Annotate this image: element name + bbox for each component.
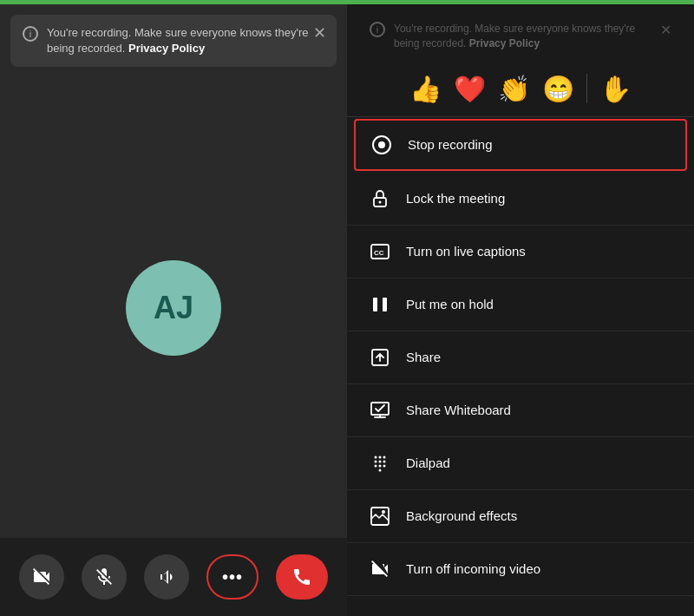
live-captions-label: Turn on live captions — [406, 244, 526, 259]
menu-item-share-whiteboard[interactable]: Share Whiteboard — [347, 384, 694, 437]
menu-list: Stop recording Lock the meeting CC Tur — [347, 117, 694, 616]
video-toggle-button[interactable] — [19, 554, 64, 600]
share-icon — [368, 345, 392, 370]
svg-rect-7 — [383, 298, 387, 311]
banner-text-right: You're recording. Make sure everyone kno… — [394, 22, 651, 51]
on-hold-icon — [368, 292, 392, 317]
background-effects-icon — [368, 504, 392, 528]
close-banner-left[interactable]: ✕ — [313, 23, 326, 43]
svg-point-17 — [379, 464, 382, 467]
green-bar-right — [347, 0, 694, 4]
svg-point-19 — [379, 469, 382, 471]
more-button[interactable]: ••• — [206, 554, 259, 600]
avatar: AJ — [126, 260, 221, 356]
menu-item-live-captions[interactable]: CC Turn on live captions — [347, 226, 694, 279]
info-icon-right: i — [370, 22, 385, 37]
video-area: AJ — [0, 77, 347, 538]
recording-banner-right: i You're recording. Make sure everyone k… — [357, 15, 684, 58]
menu-item-background-effects[interactable]: Background effects — [347, 490, 694, 543]
svg-point-1 — [378, 141, 385, 148]
on-hold-label: Put me on hold — [406, 297, 494, 311]
menu-item-turn-off-incoming-video[interactable]: Turn off incoming video — [347, 543, 694, 596]
svg-rect-6 — [373, 298, 377, 311]
lock-meeting-label: Lock the meeting — [406, 191, 505, 206]
end-call-icon — [291, 567, 312, 587]
mic-off-icon — [94, 567, 115, 587]
info-icon-left: i — [23, 26, 38, 42]
share-label: Share — [406, 350, 441, 364]
emoji-thumbsup[interactable]: 👍 — [409, 74, 442, 104]
menu-item-stop-recording[interactable]: Stop recording — [354, 119, 687, 171]
speaker-icon — [156, 567, 177, 587]
svg-point-16 — [375, 464, 377, 467]
right-panel: i You're recording. Make sure everyone k… — [347, 0, 694, 616]
share-whiteboard-icon — [368, 398, 392, 423]
menu-item-lock-meeting[interactable]: Lock the meeting — [347, 173, 694, 226]
green-bar-left — [0, 0, 347, 4]
more-dots: ••• — [222, 567, 243, 587]
emoji-row: 👍 ❤️ 👏 😁 ✋ — [347, 62, 694, 117]
emoji-heart[interactable]: ❤️ — [454, 74, 486, 104]
svg-point-21 — [382, 510, 385, 514]
svg-point-11 — [379, 455, 382, 458]
menu-item-on-hold[interactable]: Put me on hold — [347, 279, 694, 331]
svg-point-18 — [383, 464, 386, 467]
video-off-icon — [31, 567, 52, 587]
banner-text-left: You're recording. Make sure everyone kno… — [47, 25, 324, 56]
speaker-button[interactable] — [144, 554, 189, 600]
stop-recording-icon — [370, 133, 394, 157]
svg-point-15 — [383, 460, 386, 462]
turn-off-incoming-video-icon — [368, 557, 392, 581]
live-captions-icon: CC — [368, 239, 392, 264]
emoji-divider — [586, 74, 587, 103]
left-panel: i You're recording. Make sure everyone k… — [0, 0, 347, 616]
emoji-hand[interactable]: ✋ — [599, 74, 632, 104]
emoji-clap[interactable]: 👏 — [498, 74, 530, 104]
svg-point-10 — [375, 455, 377, 458]
share-whiteboard-label: Share Whiteboard — [406, 403, 511, 417]
recording-banner-left: i You're recording. Make sure everyone k… — [10, 15, 337, 67]
dialpad-label: Dialpad — [406, 455, 450, 470]
bottom-controls: ••• — [0, 538, 347, 616]
svg-point-14 — [379, 460, 382, 462]
background-effects-label: Background effects — [406, 508, 517, 523]
end-call-button[interactable] — [276, 554, 328, 600]
stop-recording-label: Stop recording — [408, 137, 493, 152]
dialpad-icon — [368, 451, 392, 475]
mic-toggle-button[interactable] — [82, 554, 127, 600]
svg-point-12 — [383, 455, 386, 458]
lock-meeting-icon — [368, 187, 392, 211]
svg-point-3 — [379, 200, 382, 203]
svg-text:CC: CC — [374, 249, 384, 257]
svg-point-13 — [375, 460, 377, 462]
close-banner-right[interactable]: ✕ — [660, 22, 671, 38]
menu-item-share[interactable]: Share — [347, 331, 694, 384]
emoji-grin[interactable]: 😁 — [542, 74, 574, 104]
menu-item-dialpad[interactable]: Dialpad — [347, 437, 694, 490]
turn-off-incoming-video-label: Turn off incoming video — [406, 561, 540, 576]
